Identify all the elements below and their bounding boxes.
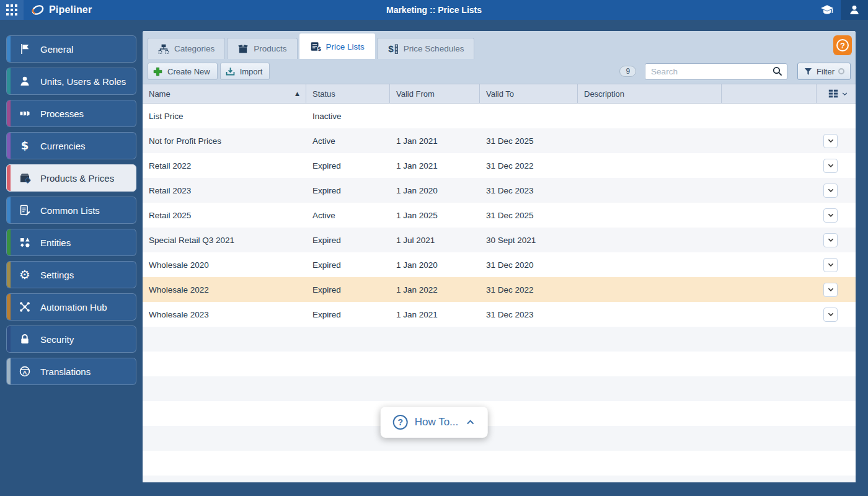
sidebar-item-translations[interactable]: A Translations — [6, 358, 136, 385]
table-row[interactable]: Retail 2022 Expired 1 Jan 2021 31 Dec 20… — [143, 153, 856, 178]
svg-text:A: A — [23, 369, 27, 376]
import-button[interactable]: Import — [220, 63, 270, 80]
tab-products[interactable]: Products — [227, 38, 297, 59]
price-list-icon: $ — [310, 41, 321, 52]
sidebar-item-currencies[interactable]: $ Currencies — [6, 132, 136, 159]
search-icon[interactable] — [772, 66, 783, 79]
color-stripe — [7, 197, 11, 223]
column-header-valid-to[interactable]: Valid To — [480, 84, 578, 103]
row-menu-button[interactable] — [823, 208, 838, 223]
how-to-button[interactable]: ? How To... — [381, 407, 488, 438]
row-menu-button[interactable] — [823, 233, 838, 247]
column-header-valid-from[interactable]: Valid From — [390, 84, 480, 103]
price-list-status: Expired — [306, 302, 390, 327]
chevron-down-icon — [827, 137, 835, 144]
table-body: List Price Inactive Not for Profit Price… — [143, 104, 856, 327]
sidebar-item-general[interactable]: General — [6, 35, 136, 63]
academy-button[interactable] — [813, 0, 841, 20]
document-edit-icon — [18, 203, 32, 217]
table-row[interactable]: Retail 2023 Expired 1 Jan 2020 31 Dec 20… — [143, 178, 856, 203]
table-row[interactable]: Wholesale 2022 Expired 1 Jan 2022 31 Dec… — [143, 277, 856, 302]
color-stripe — [7, 229, 11, 255]
question-mark-icon: ? — [393, 415, 408, 430]
price-list-description — [578, 277, 722, 302]
svg-text:$: $ — [317, 45, 321, 52]
search-input[interactable] — [645, 63, 787, 80]
price-list-name: Wholesale 2020 — [143, 252, 306, 277]
color-stripe — [7, 68, 11, 94]
price-list-valid-to: 30 Sept 2021 — [480, 228, 578, 252]
price-list-status: Inactive — [306, 104, 390, 128]
filter-button[interactable]: Filter — [797, 63, 851, 80]
row-menu-button[interactable] — [823, 258, 838, 272]
price-list-valid-to: 31 Dec 2025 — [480, 128, 578, 153]
price-list-valid-to: 31 Dec 2023 — [480, 178, 578, 203]
hierarchy-icon — [158, 43, 169, 55]
column-header-name[interactable]: Name ▲ — [143, 84, 306, 103]
tabs-bar: Categories Products $ Price Lists $ Pric… — [143, 31, 856, 59]
help-button[interactable]: ? — [833, 35, 852, 55]
table-row[interactable]: Retail 2025 Active 1 Jan 2025 31 Dec 202… — [143, 203, 856, 228]
price-list-valid-to — [480, 104, 578, 128]
table-header: Name ▲ Status Valid From Valid To Descri… — [143, 84, 856, 104]
color-stripe — [7, 165, 11, 191]
table-row[interactable]: List Price Inactive — [143, 104, 856, 128]
sidebar-item-processes[interactable]: Processes — [6, 100, 136, 127]
chevron-down-icon — [827, 286, 835, 293]
box-tag-icon — [18, 171, 32, 185]
column-header-status[interactable]: Status — [306, 84, 390, 103]
funnel-icon — [804, 67, 813, 76]
chevron-down-icon — [827, 236, 835, 244]
price-schedule-icon: $ — [388, 43, 399, 55]
table-row[interactable]: Wholesale 2020 Expired 1 Jan 2020 31 Dec… — [143, 252, 856, 277]
color-stripe — [7, 133, 11, 159]
sidebar-item-common-lists[interactable]: Common Lists — [6, 197, 136, 224]
sidebar-item-automation-hub[interactable]: Automation Hub — [6, 293, 136, 321]
table-row[interactable]: Not for Profit Prices Active 1 Jan 2021 … — [143, 128, 856, 153]
gear-icon: ⚙ — [18, 268, 32, 281]
column-settings[interactable] — [817, 84, 856, 103]
import-icon — [225, 66, 236, 77]
user-icon — [18, 74, 32, 88]
price-list-valid-from — [390, 104, 480, 128]
row-menu-button[interactable] — [823, 184, 838, 198]
price-list-valid-from: 1 Jan 2021 — [390, 153, 480, 178]
lock-icon — [18, 332, 32, 346]
table-row[interactable]: Wholesale 2023 Expired 1 Jan 2021 31 Dec… — [143, 302, 856, 327]
page-title: Marketing :: Price Lists — [0, 5, 868, 15]
svg-text:$: $ — [388, 43, 394, 54]
app-grid-button[interactable] — [0, 0, 24, 20]
brand: Pipeliner — [31, 3, 92, 17]
column-header-description[interactable]: Description — [578, 84, 722, 103]
tab-price-lists[interactable]: $ Price Lists — [299, 33, 375, 59]
row-menu-button[interactable] — [823, 308, 838, 322]
tab-categories[interactable]: Categories — [148, 38, 225, 59]
color-stripe — [7, 358, 11, 384]
question-mark-icon: ? — [836, 39, 849, 51]
flag-icon — [18, 42, 32, 56]
color-stripe — [7, 100, 11, 126]
sidebar-item-entities[interactable]: Entities — [6, 229, 136, 256]
price-list-valid-from: 1 Jan 2020 — [390, 252, 480, 277]
price-list-valid-from: 1 Jan 2025 — [390, 203, 480, 228]
sidebar-item-products-prices[interactable]: Products & Prices — [6, 164, 136, 192]
create-new-button[interactable]: Create New — [148, 63, 218, 80]
color-stripe — [7, 326, 11, 352]
row-menu-button[interactable] — [823, 134, 838, 148]
user-menu-button[interactable] — [841, 0, 868, 20]
columns-icon — [828, 88, 848, 99]
price-list-name: List Price — [143, 104, 306, 128]
record-count-badge: 9 — [619, 66, 636, 77]
color-stripe — [7, 262, 11, 288]
sidebar-item-units-users-roles[interactable]: Units, Users & Roles — [6, 68, 136, 95]
row-menu-button[interactable] — [823, 283, 838, 297]
tab-price-schedules[interactable]: $ Price Schedules — [377, 38, 475, 59]
sidebar-item-security[interactable]: Security — [6, 326, 136, 353]
chevron-down-icon — [827, 311, 835, 318]
price-list-valid-to: 31 Dec 2022 — [480, 277, 578, 302]
table-row[interactable]: Special Retail Q3 2021 Expired 1 Jul 202… — [143, 228, 856, 252]
sidebar-item-settings[interactable]: ⚙ Settings — [6, 261, 136, 288]
row-menu-button[interactable] — [823, 159, 838, 173]
chevron-up-icon — [465, 417, 475, 427]
price-list-name: Retail 2022 — [143, 153, 306, 178]
